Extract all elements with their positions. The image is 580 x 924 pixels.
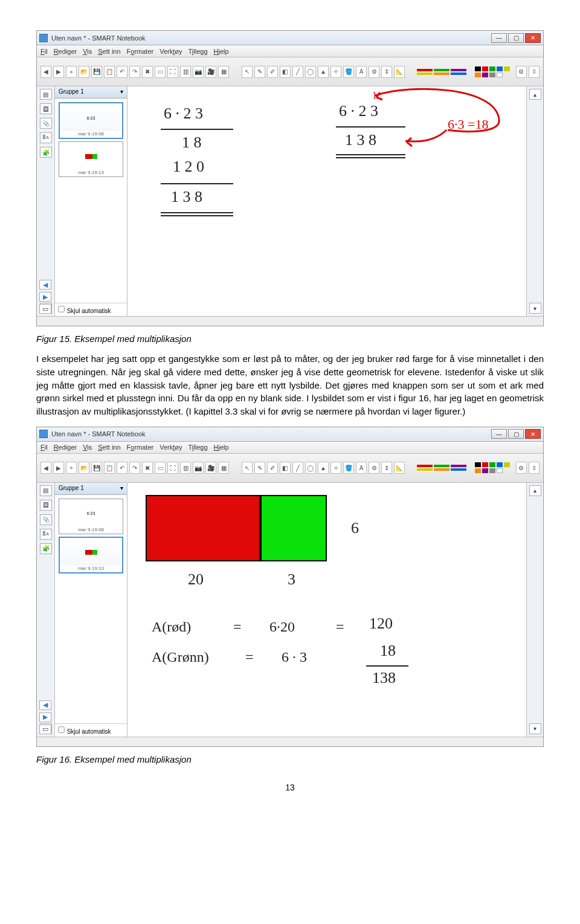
measure-button[interactable]: 📐 bbox=[394, 66, 405, 78]
addons-tab-2[interactable]: 🧩 bbox=[40, 543, 52, 554]
pen-tool[interactable]: ✎ bbox=[254, 66, 265, 78]
line-blue-2[interactable] bbox=[451, 468, 466, 471]
hide-auto-checkbox[interactable]: Skjul automatisk bbox=[55, 303, 127, 316]
page-sorter-tab[interactable]: ▤ bbox=[40, 89, 52, 100]
add-page-icon[interactable]: ▭ bbox=[39, 304, 51, 314]
open-button-2[interactable]: 📂 bbox=[79, 462, 89, 474]
magicpen-tool[interactable]: ✧ bbox=[330, 66, 341, 78]
gear-button-2[interactable]: ⚙ bbox=[516, 462, 527, 474]
h-scrollbar-2[interactable] bbox=[37, 737, 543, 746]
screenshade-button[interactable]: ▭ bbox=[155, 66, 166, 78]
save-button[interactable]: 💾 bbox=[91, 66, 102, 78]
screenshade-button-2[interactable]: ▭ bbox=[155, 462, 166, 474]
properties-tab[interactable]: ≣A bbox=[40, 132, 52, 143]
line-green[interactable] bbox=[434, 69, 450, 71]
page-sorter-tab-2[interactable]: ▤ bbox=[40, 485, 52, 496]
color-palette-2[interactable] bbox=[475, 462, 512, 473]
select-tool-2[interactable]: ↖ bbox=[242, 462, 253, 474]
prev-arrow-icon[interactable]: ◀ bbox=[39, 280, 51, 289]
maximize-button[interactable]: ▢ bbox=[508, 33, 524, 43]
menu-vis[interactable]: Vis bbox=[83, 48, 92, 55]
menu-formater[interactable]: Formater bbox=[127, 48, 154, 55]
redo-button-2[interactable]: ↷ bbox=[129, 462, 140, 474]
gallery-tab[interactable]: 🖼 bbox=[40, 103, 52, 114]
addons-tab[interactable]: 🧩 bbox=[40, 147, 52, 158]
scroll-up-icon[interactable]: ▴ bbox=[529, 89, 541, 100]
save-button-2[interactable]: 💾 bbox=[91, 462, 102, 474]
move-toolbar-button-2[interactable]: ⇕ bbox=[381, 462, 392, 474]
properties-tab-2[interactable]: ≣A bbox=[40, 529, 52, 540]
menu-verktoy[interactable]: Verktøy bbox=[160, 48, 182, 55]
paste-button-2[interactable]: 📋 bbox=[104, 462, 115, 474]
line-tool-2[interactable]: ╱ bbox=[292, 462, 303, 474]
select-tool[interactable]: ↖ bbox=[242, 66, 253, 78]
chevron-down-icon[interactable]: ▾ bbox=[120, 88, 123, 96]
open-button[interactable]: 📂 bbox=[79, 66, 89, 78]
table-button-2[interactable]: ▦ bbox=[218, 462, 229, 474]
line-yellow-2[interactable] bbox=[417, 468, 433, 471]
measure-button-2[interactable]: 📐 bbox=[394, 462, 405, 474]
scroll-down-icon[interactable]: ▾ bbox=[529, 303, 541, 314]
move-toolbar-button[interactable]: ⇕ bbox=[381, 66, 392, 78]
fullscreen-button-2[interactable]: ⛶ bbox=[167, 462, 178, 474]
add-page-icon-2[interactable]: ▭ bbox=[39, 725, 51, 734]
fullscreen-button[interactable]: ⛶ bbox=[167, 66, 178, 78]
text-tool-2[interactable]: A bbox=[356, 462, 367, 474]
delete-button[interactable]: ✖ bbox=[142, 66, 153, 78]
sidebar-group-header[interactable]: Gruppe 1 ▾ bbox=[55, 86, 127, 99]
scroll-down-icon-2[interactable]: ▾ bbox=[529, 723, 541, 734]
eraser-tool[interactable]: ◧ bbox=[280, 66, 291, 78]
scroll-up-icon-2[interactable]: ▴ bbox=[529, 485, 541, 496]
attachments-tab-2[interactable]: 📎 bbox=[40, 514, 52, 525]
line-red-2[interactable] bbox=[417, 465, 433, 467]
menu-settinn[interactable]: Sett inn bbox=[98, 48, 120, 55]
next-arrow-icon-2[interactable]: ▶ bbox=[39, 712, 51, 722]
chevron-down-icon-2[interactable]: ▾ bbox=[120, 485, 123, 493]
dualpage-button[interactable]: ▥ bbox=[180, 66, 191, 78]
thumbnail-1b[interactable]: 6·23 mar 9-19:08 bbox=[59, 499, 123, 534]
menu-hjelp[interactable]: Hjelp bbox=[214, 48, 229, 55]
line-purple-2[interactable] bbox=[451, 465, 466, 467]
line-orange-2[interactable] bbox=[434, 468, 450, 471]
attachments-tab[interactable]: 📎 bbox=[40, 118, 52, 129]
gallery-tab-2[interactable]: 🖼 bbox=[40, 500, 52, 511]
color-palette[interactable] bbox=[475, 66, 512, 77]
line-purple[interactable] bbox=[451, 69, 466, 71]
hide-auto-checkbox-2[interactable]: Skjul automatisk bbox=[55, 723, 127, 737]
close-button[interactable]: ✕ bbox=[525, 33, 541, 43]
properties-button[interactable]: ⚙ bbox=[369, 66, 379, 78]
line-tool[interactable]: ╱ bbox=[292, 66, 303, 78]
menu-verktoy-2[interactable]: Verktøy bbox=[160, 444, 182, 451]
canvas-1[interactable]: 6 · 2 3 1 8 1 2 0 1 3 8 1 6 · 2 3 1 3 8 … bbox=[127, 86, 526, 316]
updown-button-2[interactable]: ⇳ bbox=[529, 462, 540, 474]
paste-button[interactable]: 📋 bbox=[104, 66, 115, 78]
fill-tool[interactable]: 🪣 bbox=[343, 66, 354, 78]
h-scrollbar[interactable] bbox=[37, 316, 543, 326]
close-button-2[interactable]: ✕ bbox=[525, 429, 541, 439]
menu-fil[interactable]: FFilil bbox=[40, 48, 48, 55]
line-red[interactable] bbox=[417, 69, 433, 71]
line-orange[interactable] bbox=[434, 73, 450, 75]
menu-hjelp-2[interactable]: Hjelp bbox=[214, 444, 229, 451]
prev-arrow-icon-2[interactable]: ◀ bbox=[39, 700, 51, 710]
shape-tool-2[interactable]: ◯ bbox=[305, 462, 316, 474]
shapepen-tool-2[interactable]: ▲ bbox=[318, 462, 329, 474]
menu-rediger-2[interactable]: Rediger bbox=[54, 444, 77, 451]
magicpen-tool-2[interactable]: ✧ bbox=[330, 462, 341, 474]
thumbnail-2[interactable]: mar 9-19:13 bbox=[59, 141, 123, 177]
gear-button[interactable]: ⚙ bbox=[516, 66, 527, 78]
menu-settinn-2[interactable]: Sett inn bbox=[98, 444, 120, 451]
next-arrow-icon[interactable]: ▶ bbox=[39, 292, 51, 302]
canvas-2[interactable]: 6 20 3 A(rød) = 6·20 = 120 A(Grønn) = 6 … bbox=[127, 483, 526, 737]
line-yellow[interactable] bbox=[417, 73, 433, 75]
doccam-button-2[interactable]: 🎥 bbox=[205, 462, 216, 474]
prev-page-button[interactable]: ◀ bbox=[40, 66, 51, 78]
new-page-button[interactable]: ＋ bbox=[66, 66, 77, 78]
thumbnail-1[interactable]: 6·23 mar 9-19:08 bbox=[59, 102, 123, 139]
menu-formater-2[interactable]: Formater bbox=[127, 444, 154, 451]
table-button[interactable]: ▦ bbox=[218, 66, 229, 78]
sidebar-group-header-2[interactable]: Gruppe 1 ▾ bbox=[55, 483, 127, 495]
next-page-button[interactable]: ▶ bbox=[53, 66, 64, 78]
capture-button[interactable]: 📷 bbox=[193, 66, 204, 78]
eraser-tool-2[interactable]: ◧ bbox=[280, 462, 291, 474]
